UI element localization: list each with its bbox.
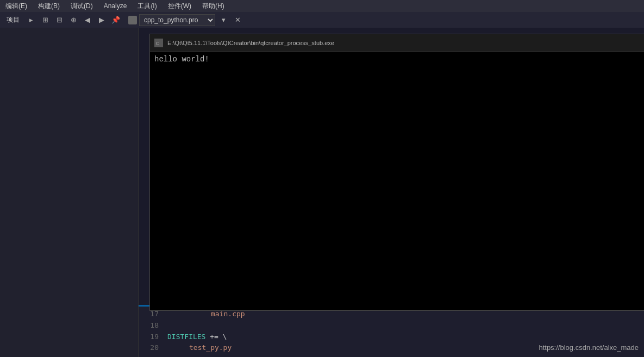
menu-debug[interactable]: 调试(D) [67, 1, 96, 12]
toolbar-add-button[interactable]: ⊕ [67, 14, 79, 26]
project-label: 项目 [3, 14, 23, 26]
close-tab-button[interactable]: ✕ [232, 14, 243, 26]
editor-area: nings if you (the exact w mentation of c… [139, 28, 644, 357]
sidebar [0, 28, 139, 357]
file-icon [128, 16, 137, 24]
terminal-app-icon: C [154, 39, 163, 47]
main-area: nings if you (the exact w mentation of c… [0, 28, 644, 357]
toolbar-next-button[interactable]: ▶ [96, 14, 108, 26]
project-dropdown[interactable]: cpp_to_python.pro [139, 14, 215, 26]
terminal-minimize-button[interactable]: ─ [640, 37, 644, 49]
toolbar-pin-button[interactable]: 📌 [110, 14, 122, 26]
line-number: 20 [142, 342, 159, 354]
svg-text:C: C [156, 41, 160, 46]
toolbar-filter-button[interactable]: ⊞ [39, 14, 51, 26]
menu-analyze[interactable]: Analyze [101, 1, 130, 11]
watermark: https://blog.csdn.net/alxe_made [539, 343, 639, 352]
terminal-output: hello world! [154, 55, 644, 64]
terminal-title: E:\Qt\Qt5.11.1\Tools\QtCreator\bin\qtcre… [167, 40, 640, 46]
terminal-window: C E:\Qt\Qt5.11.1\Tools\QtCreator\bin\qtc… [149, 34, 644, 311]
menu-help[interactable]: 帮助(H) [199, 1, 228, 12]
line-numbers: 17 18 19 20 [139, 306, 163, 357]
terminal-body: hello world! [150, 52, 644, 310]
menu-tools[interactable]: 工具(I) [134, 1, 160, 12]
menu-build[interactable]: 构建(B) [35, 1, 63, 12]
dropdown-expand-button[interactable]: ▾ [217, 14, 229, 26]
code-line-18 [167, 320, 640, 331]
terminal-titlebar: C E:\Qt\Qt5.11.1\Tools\QtCreator\bin\qtc… [150, 34, 644, 52]
menu-controls[interactable]: 控件(W) [165, 1, 195, 12]
menu-edit[interactable]: 编辑(E) [2, 1, 30, 12]
menu-bar: 编辑(E) 构建(B) 调试(D) Analyze 工具(I) 控件(W) 帮助… [0, 0, 644, 12]
toolbar: 项目 ▸ ⊞ ⊟ ⊕ ◀ ▶ 📌 cpp_to_python.pro ▾ ✕ [0, 12, 644, 28]
nav-back-button[interactable]: ▸ [25, 14, 37, 26]
toolbar-prev-button[interactable]: ◀ [82, 14, 93, 26]
code-line-19: DISTFILES += \ [167, 331, 640, 343]
line-number: 19 [142, 331, 159, 343]
line-number: 18 [142, 320, 159, 331]
toolbar-link-button[interactable]: ⊟ [53, 14, 65, 26]
